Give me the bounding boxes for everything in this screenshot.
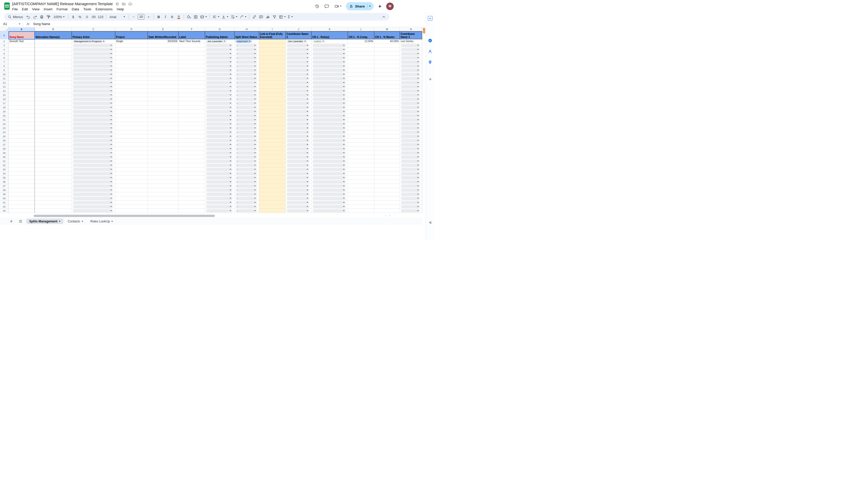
dropdown-chip[interactable]: -: [236, 139, 257, 142]
dropdown-chip[interactable]: [73, 135, 113, 138]
cell-K24[interactable]: [312, 130, 348, 134]
cell-C14[interactable]: [72, 89, 115, 93]
row-header-3[interactable]: 3: [0, 43, 8, 48]
cell-E29[interactable]: [148, 151, 179, 155]
cell-C28[interactable]: [72, 147, 115, 151]
cell-F37[interactable]: [179, 184, 205, 188]
row-header-6[interactable]: 6: [0, 56, 8, 60]
menu-data[interactable]: Data: [70, 7, 82, 11]
dropdown-chip[interactable]: [206, 139, 232, 142]
cell-A23[interactable]: [8, 126, 35, 130]
cell-C16[interactable]: [72, 97, 115, 101]
cell-K39[interactable]: [312, 192, 348, 196]
row-header-11[interactable]: 11: [0, 77, 8, 81]
cell-I27[interactable]: [259, 143, 286, 147]
paint-format-button[interactable]: [45, 13, 52, 20]
font-family-control[interactable]: Arial: [108, 13, 127, 20]
row-header-9[interactable]: 9: [0, 68, 8, 72]
cell-F24[interactable]: [179, 130, 205, 134]
cell-M32[interactable]: [374, 163, 400, 168]
cell-G14[interactable]: [205, 89, 235, 93]
cell-D18[interactable]: [115, 106, 148, 110]
cell-M6[interactable]: [374, 56, 400, 60]
meet-button[interactable]: [332, 2, 344, 10]
dropdown-chip[interactable]: [73, 85, 113, 88]
cell-A12[interactable]: [8, 81, 35, 85]
cell-D14[interactable]: [115, 89, 148, 93]
dropdown-chip[interactable]: [73, 44, 113, 47]
cell-C6[interactable]: [72, 56, 115, 60]
cell-E15[interactable]: [148, 93, 179, 97]
cell-E23[interactable]: [148, 126, 179, 130]
cell-I19[interactable]: [259, 110, 286, 114]
row-header-37[interactable]: 37: [0, 184, 8, 188]
dropdown-chip[interactable]: [287, 160, 309, 163]
cell-B36[interactable]: [35, 180, 72, 184]
row-header-35[interactable]: 35: [0, 176, 8, 180]
dropdown-chip[interactable]: [287, 139, 309, 142]
cell-H33[interactable]: -: [235, 168, 259, 172]
row-header-30[interactable]: 30: [0, 155, 8, 159]
dropdown-chip[interactable]: [73, 151, 113, 154]
cell-N9[interactable]: [400, 68, 422, 72]
cell-H43[interactable]: -: [235, 209, 259, 213]
dropdown-chip[interactable]: [313, 180, 346, 183]
dropdown-chip[interactable]: -: [236, 102, 257, 105]
column-header-E[interactable]: E: [148, 27, 179, 31]
cell-J25[interactable]: [286, 134, 312, 139]
cell-M42[interactable]: [374, 205, 400, 209]
cell-D42[interactable]: [115, 205, 148, 209]
cell-D4[interactable]: [115, 48, 148, 52]
cell-D5[interactable]: [115, 52, 148, 56]
cell-N4[interactable]: [400, 48, 422, 52]
dropdown-chip[interactable]: [313, 155, 346, 159]
row-header-39[interactable]: 39: [0, 192, 8, 196]
cell-D24[interactable]: [115, 130, 148, 134]
cell-E42[interactable]: [148, 205, 179, 209]
cell-F21[interactable]: [179, 118, 205, 122]
dropdown-chip[interactable]: -: [236, 85, 257, 88]
cell-J40[interactable]: [286, 196, 312, 201]
header-cell-M1[interactable]: CN 1 - % Master: [374, 31, 400, 39]
dropdown-chip[interactable]: [287, 205, 309, 208]
dropdown-chip[interactable]: -: [236, 122, 257, 125]
cell-H25[interactable]: -: [235, 134, 259, 139]
dropdown-chip[interactable]: [73, 168, 113, 171]
cell-J7[interactable]: [286, 60, 312, 64]
cell-M21[interactable]: [374, 118, 400, 122]
bold-button[interactable]: B: [155, 13, 162, 20]
cell-I38[interactable]: [259, 188, 286, 192]
cell-A16[interactable]: [8, 97, 35, 101]
cell-J3[interactable]: [286, 43, 312, 48]
dropdown-chip[interactable]: [401, 164, 420, 167]
cell-C13[interactable]: [72, 85, 115, 89]
cell-J38[interactable]: [286, 188, 312, 192]
cell-G7[interactable]: [205, 60, 235, 64]
cell-A27[interactable]: [8, 143, 35, 147]
dropdown-chip[interactable]: [206, 122, 232, 125]
cell-B29[interactable]: [35, 151, 72, 155]
cell-D3[interactable]: [115, 43, 148, 48]
dropdown-chip[interactable]: [401, 52, 420, 55]
column-header-M[interactable]: M: [374, 27, 400, 31]
cell-K6[interactable]: [312, 56, 348, 60]
cell-E3[interactable]: [148, 43, 179, 48]
dropdown-chip[interactable]: -: [236, 180, 257, 183]
row-header-16[interactable]: 16: [0, 97, 8, 101]
header-cell-H1[interactable]: Split Sheet Status: [235, 31, 259, 39]
cell-K29[interactable]: [312, 151, 348, 155]
name-box[interactable]: A1: [0, 22, 23, 26]
cell-I16[interactable]: [259, 97, 286, 101]
row-header-41[interactable]: 41: [0, 201, 8, 205]
cell-L28[interactable]: [348, 147, 374, 151]
dropdown-chip[interactable]: [287, 44, 309, 47]
cell-K12[interactable]: [312, 81, 348, 85]
cell-K41[interactable]: [312, 201, 348, 205]
cell-E5[interactable]: [148, 52, 179, 56]
dropdown-chip[interactable]: [206, 52, 232, 55]
row-header-29[interactable]: 29: [0, 151, 8, 155]
dropdown-chip[interactable]: [206, 81, 232, 84]
functions-button[interactable]: Σ: [287, 13, 294, 20]
cell-G39[interactable]: [205, 192, 235, 196]
cell-B39[interactable]: [35, 192, 72, 196]
